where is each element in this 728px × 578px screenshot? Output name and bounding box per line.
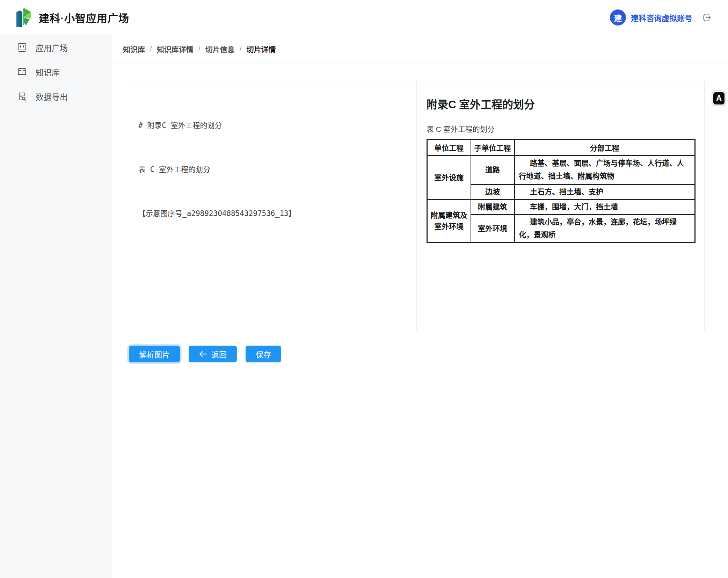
account-area: 建 建科咨询虚拟账号 (610, 9, 711, 26)
breadcrumb: 知识库 / 知识库详情 / 切片信息 / 切片详情 (123, 44, 276, 54)
cell-unit: 室外设施 (427, 156, 471, 200)
cell-sub: 道路 (471, 156, 515, 185)
cell-unit: 附属建筑及室外环境 (427, 200, 471, 243)
account-name[interactable]: 建科咨询虚拟账号 (631, 12, 692, 23)
editor-line: 【示意图序号_a2989230488543297536_13】 (138, 206, 407, 221)
slice-detail-card: # 附录C 室外工程的划分 表 C 室外工程的划分 【示意图序号_a298923… (129, 80, 705, 330)
sidebar-item-data-export[interactable]: 数据导出 (0, 84, 111, 109)
preview-caption: 表 C 室外工程的划分 (427, 124, 694, 134)
table-row: 室外设施 道路 路基、基层、面层、广场与停车场、人行道、人行地道、挡土墙、附属构… (427, 156, 695, 185)
preview-heading: 附录C 室外工程的划分 (427, 98, 694, 112)
breadcrumb-kb-detail[interactable]: 知识库详情 (157, 44, 194, 54)
outdoor-works-table: 单位工程 子单位工程 分部工程 室外设施 道路 路基、基层、面层、广场与停车场、… (427, 139, 696, 243)
user-avatar[interactable]: 建 (610, 9, 626, 26)
breadcrumb-separator: / (150, 45, 152, 53)
sidebar-item-label: 应用广场 (36, 42, 68, 53)
app-logo-icon (16, 7, 33, 28)
parse-image-button[interactable]: 解析图片 (129, 346, 180, 362)
action-bar: 解析图片 返回 保存 (129, 346, 281, 362)
breadcrumb-separator: / (240, 45, 242, 53)
cell-parts: 建筑小品，亭台，水景，连廊，花坛，场坪绿化，景观桥 (515, 215, 695, 243)
app-title: 建科·小智应用广场 (39, 10, 129, 25)
knowledge-base-icon (17, 67, 27, 77)
markdown-editor[interactable]: # 附录C 室外工程的划分 表 C 室外工程的划分 【示意图序号_a298923… (129, 80, 417, 330)
sidebar-item-knowledge-base[interactable]: 知识库 (0, 60, 111, 84)
cell-sub: 附属建筑 (471, 200, 515, 215)
back-button[interactable]: 返回 (189, 346, 237, 362)
sidebar: 应用广场 知识库 数据导出 (0, 35, 111, 578)
parse-image-label: 解析图片 (139, 348, 170, 360)
accessibility-marker-label: A (716, 94, 722, 103)
cell-sub: 室外环境 (471, 215, 515, 243)
save-label: 保存 (256, 348, 271, 360)
header-unit-project: 单位工程 (427, 140, 471, 156)
cell-parts: 车棚，围墙，大门，挡土墙 (515, 200, 695, 215)
breadcrumb-separator: / (198, 45, 201, 53)
breadcrumb-current: 切片详情 (247, 44, 276, 54)
editor-line: 表 C 室外工程的划分 (138, 162, 407, 177)
app-plaza-icon (17, 43, 27, 52)
sidebar-item-app-plaza[interactable]: 应用广场 (0, 35, 111, 60)
editor-line: # 附录C 室外工程的划分 (138, 118, 407, 133)
breadcrumb-knowledge-base[interactable]: 知识库 (123, 44, 145, 54)
back-arrow-icon (199, 351, 207, 357)
back-label: 返回 (211, 348, 227, 360)
cell-parts: 路基、基层、面层、广场与停车场、人行道、人行地道、挡土墙、附属构筑物 (515, 156, 695, 185)
data-export-icon (17, 92, 27, 101)
app-header: 建科·小智应用广场 建 建科咨询虚拟账号 (0, 0, 728, 35)
sidebar-item-label: 知识库 (36, 66, 60, 78)
cell-sub: 边坡 (471, 185, 515, 200)
markdown-preview: 附录C 室外工程的划分 表 C 室外工程的划分 单位工程 子单位工程 分部工程 … (417, 80, 704, 330)
sidebar-item-label: 数据导出 (36, 91, 68, 102)
table-header-row: 单位工程 子单位工程 分部工程 (427, 140, 695, 156)
breadcrumb-bar: 知识库 / 知识库详情 / 切片信息 / 切片详情 (111, 35, 728, 63)
logout-icon[interactable] (702, 13, 711, 22)
save-button[interactable]: 保存 (246, 346, 281, 362)
brand: 建科·小智应用广场 (16, 7, 129, 28)
slice-detail-page: { "header": { "app_title": "建科·小智应用广场", … (0, 0, 728, 578)
header-sub-unit-project: 子单位工程 (471, 140, 515, 156)
header-division-project: 分部工程 (515, 140, 695, 156)
table-row: 附属建筑及室外环境 附属建筑 车棚，围墙，大门，挡土墙 (427, 200, 695, 215)
accessibility-marker: A (712, 91, 726, 106)
cell-parts: 土石方、挡土墙、支护 (515, 185, 695, 200)
breadcrumb-slice-info[interactable]: 切片信息 (205, 44, 235, 54)
